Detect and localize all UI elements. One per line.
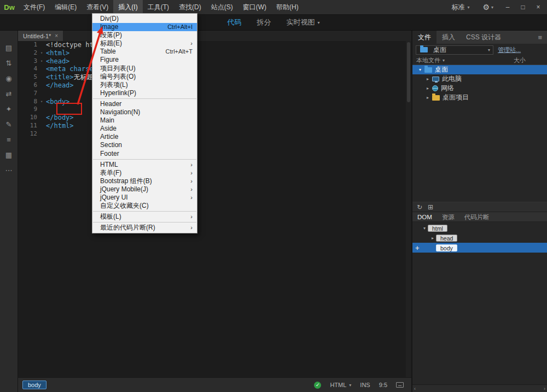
format-source-icon[interactable]: ≡ <box>3 136 14 144</box>
local-files-column[interactable]: 本地文件 ▾ <box>416 56 445 65</box>
files-panel-tab[interactable]: CSS 设计器 <box>461 31 507 44</box>
insert-menu-item[interactable]: Div(D) <box>92 15 197 23</box>
dom-tag-chip[interactable]: body <box>436 244 457 251</box>
dom-panel-tab[interactable]: 资源 <box>437 212 459 222</box>
fold-arrow-icon: ▾ <box>39 98 44 106</box>
code-token: </html> <box>46 122 74 130</box>
files-panel-tab[interactable]: 插入 <box>437 31 461 44</box>
menubar-item[interactable]: 插入(I) <box>113 0 142 14</box>
menubar-item[interactable]: 站点(S) <box>206 0 238 14</box>
close-button[interactable]: × <box>531 0 546 15</box>
menubar-item[interactable]: 查找(D) <box>174 0 206 14</box>
editor-scrollbar-thumb[interactable] <box>407 42 410 102</box>
insert-menu-item[interactable]: 段落(P) <box>92 31 197 39</box>
insert-menu-item[interactable]: 表单(F)› <box>92 169 197 177</box>
dom-tree-item[interactable]: ▾html <box>412 223 547 233</box>
menu-item-label: Section <box>100 141 122 149</box>
line-number: 6 <box>18 81 39 90</box>
insert-menu-item[interactable]: Hyperlink(P) <box>92 89 197 97</box>
insert-menu-item[interactable]: HTML› <box>92 161 197 169</box>
tag-selector-body[interactable]: body <box>22 381 46 389</box>
expand-icon[interactable]: ▸ <box>424 95 431 100</box>
insert-menu-item[interactable]: jQuery Mobile(J)› <box>92 185 197 194</box>
dom-tree-item[interactable]: +body <box>412 243 547 253</box>
edit-icon[interactable]: ✎ <box>3 120 14 128</box>
workspace-switcher[interactable]: 标准 ▾ <box>445 3 476 12</box>
file-tree-item[interactable]: ▾桌面 <box>412 65 547 74</box>
panel-menu-icon[interactable]: ≡ <box>538 33 547 42</box>
app-logo: Dw <box>0 0 19 14</box>
menubar-item[interactable]: 编辑(E) <box>50 0 82 14</box>
insert-menu-item[interactable]: Aside <box>92 125 197 133</box>
expand-icon[interactable]: ▸ <box>424 86 431 91</box>
view-mode-button[interactable]: 拆分 <box>257 17 271 27</box>
insert-menu-item[interactable]: Figure <box>92 56 197 64</box>
insert-menu-item[interactable]: 最近的代码片断(R)› <box>92 224 197 232</box>
panel-horizontal-scrollbar[interactable]: ‹ › <box>412 384 547 392</box>
menu-item-label: 列表项(L) <box>100 81 128 89</box>
menubar-item[interactable]: 文件(F) <box>19 0 50 14</box>
menu-separator <box>93 159 196 160</box>
inspect-icon[interactable]: ✦ <box>3 105 14 113</box>
insert-menu-item[interactable]: Header <box>92 100 197 108</box>
insert-menu-item[interactable]: 列表项(L) <box>92 81 197 89</box>
dom-panel-tab[interactable]: DOM <box>412 212 437 222</box>
maximize-button[interactable]: □ <box>515 0 531 15</box>
doctype-dropdown[interactable]: HTML ▾ <box>330 382 351 388</box>
settings-menu[interactable]: ⚙ ▾ <box>476 3 500 11</box>
insert-menu-item[interactable]: Article <box>92 133 197 141</box>
insert-menu-item[interactable]: Section <box>92 141 197 149</box>
view-mode-button[interactable]: 实时视图▾ <box>286 17 319 27</box>
code-line: 5<title>无标题 <box>18 73 411 81</box>
menubar-item[interactable]: 帮助(H) <box>271 0 304 14</box>
minimize-button[interactable]: – <box>500 0 515 15</box>
insert-menu-item[interactable]: 编号列表(O) <box>92 73 197 81</box>
refresh-icon[interactable]: ↻ <box>417 203 422 211</box>
dom-tag-chip[interactable]: head <box>436 235 457 242</box>
menubar-item[interactable]: 查看(V) <box>82 0 113 14</box>
insert-menu-item[interactable]: 标题(E)› <box>92 39 197 48</box>
file-tree-item[interactable]: ▸桌面项目 <box>412 93 547 102</box>
site-select[interactable]: 桌面 ▾ <box>416 45 493 55</box>
expand-icon[interactable]: ▸ <box>429 236 436 241</box>
insert-menu-item[interactable]: 项目列表(U) <box>92 65 197 73</box>
dom-tree-item[interactable]: ▸head <box>412 233 547 243</box>
dom-panel-tab[interactable]: 代码片断 <box>459 212 494 222</box>
view-mode-button[interactable]: 代码 <box>227 17 241 27</box>
close-tab-icon[interactable]: × <box>55 33 58 39</box>
editor-scrollbar[interactable] <box>406 41 411 377</box>
insert-menu-item[interactable]: Navigation(N) <box>92 108 197 116</box>
insert-menu-item[interactable]: Bootstrap 组件(B)› <box>92 177 197 185</box>
open-documents-icon[interactable]: ▤ <box>3 44 14 52</box>
document-tab[interactable]: Untitled-1* × <box>18 31 63 41</box>
code-editor[interactable]: 1<!doctype ht2▾<html>3▾<head>4<meta char… <box>18 41 411 377</box>
dom-tag-chip[interactable]: html <box>428 225 447 232</box>
scroll-right-icon[interactable]: › <box>544 386 545 391</box>
menu-item-label: Article <box>100 133 118 141</box>
insert-menu-item[interactable]: Main <box>92 116 197 125</box>
file-tree-item[interactable]: ▸网络 <box>412 84 547 93</box>
snippets-icon[interactable]: ▦ <box>3 151 14 159</box>
collapse-icon[interactable]: ▾ <box>421 226 428 231</box>
editor-helper-icon[interactable] <box>396 382 404 388</box>
insert-menu-item[interactable]: TableCtrl+Alt+T <box>92 48 197 56</box>
more-options-icon[interactable]: ⋯ <box>3 166 14 174</box>
insert-menu-item[interactable]: 模板(L)› <box>92 213 197 221</box>
manage-sites-link[interactable]: 管理站... <box>498 46 521 54</box>
insert-menu-item[interactable]: 自定义收藏夹(C) <box>92 202 197 210</box>
insert-menu-item[interactable]: ImageCtrl+Alt+I <box>92 23 197 31</box>
live-view-icon[interactable]: ◉ <box>3 74 14 83</box>
menubar-item[interactable]: 窗口(W) <box>238 0 271 14</box>
connect-server-icon[interactable]: ⊞ <box>428 203 433 211</box>
scroll-left-icon[interactable]: ‹ <box>414 386 416 391</box>
add-element-icon[interactable]: + <box>415 244 420 252</box>
expand-icon[interactable]: ▸ <box>424 77 431 81</box>
file-tree-item[interactable]: ▸此电脑 <box>412 74 547 84</box>
insert-menu-item[interactable]: jQuery UI› <box>92 194 197 202</box>
insert-menu-item[interactable]: Footer <box>92 150 197 158</box>
files-panel-tab[interactable]: 文件 <box>412 31 437 44</box>
file-management-icon[interactable]: ⇅ <box>3 59 14 67</box>
menubar-item[interactable]: 工具(T) <box>143 0 174 14</box>
swap-views-icon[interactable]: ⇄ <box>3 90 14 98</box>
collapse-icon[interactable]: ▾ <box>417 67 423 72</box>
